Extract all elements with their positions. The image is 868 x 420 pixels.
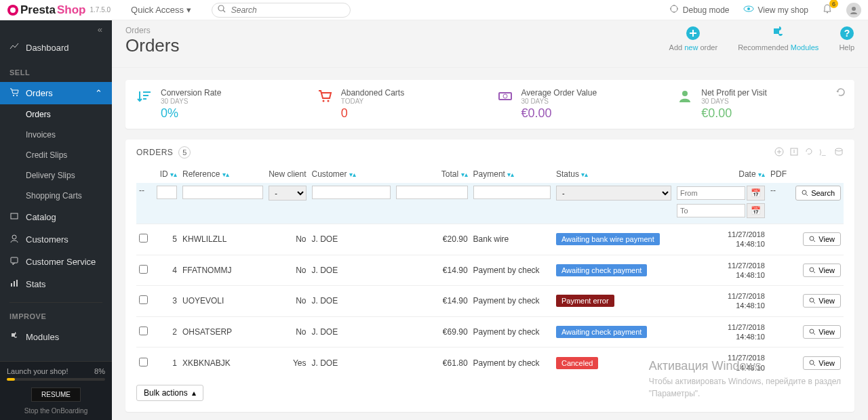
svg-point-14 [16,95,18,96]
row-checkbox[interactable] [139,295,148,304]
table-row[interactable]: 3UOYEVOLINoJ. DOE€14.90Payment by checkP… [136,286,844,317]
sidebar-collapse-button[interactable]: « [0,20,112,37]
db-icon[interactable] [834,147,844,159]
orders-table: ID ▾▴ Reference ▾▴ New client Customer ▾… [136,165,844,378]
cell-payment: Bank wire [471,224,553,255]
logo[interactable]: PrestaShop [7,3,85,17]
status-badge: Awaiting check payment [556,326,647,338]
table-row[interactable]: 1XKBKNABJKYesJ. DOE€61.80Payment by chec… [136,348,844,378]
user-avatar[interactable] [846,3,861,18]
help-link[interactable]: ? Help [839,26,854,51]
sidebar-item-dashboard[interactable]: Dashboard [0,37,112,59]
add-icon[interactable] [774,147,784,159]
view-button[interactable]: View [803,325,841,339]
sort-total[interactable]: ▾▴ [461,171,468,178]
cart-icon [9,87,19,99]
catalog-icon [9,211,19,223]
filter-total-input[interactable] [396,186,468,199]
filter-date-from[interactable] [677,186,745,200]
cell-newclient: No [266,224,309,255]
sidebar-item-modules[interactable]: Modules [0,326,112,348]
filter-payment-input[interactable] [473,186,551,199]
svg-point-4 [671,5,677,12]
refresh-stats-button[interactable] [835,87,846,100]
sidebar-item-customer-service[interactable]: Customer Service [0,251,112,273]
filter-ref-input[interactable] [182,186,263,199]
sidebar-sub-invoices[interactable]: Invoices [0,125,112,145]
view-button[interactable]: View [803,356,841,370]
cell-date: 11/27/201814:48:10 [674,348,768,378]
sort-date[interactable]: ▾▴ [758,171,765,178]
filter-newclient-select[interactable]: - [269,186,306,201]
cell-customer: J. DOE [309,316,393,348]
cell-payment: Payment by check [471,316,553,348]
sidebar-item-stats[interactable]: Stats [0,273,112,295]
notification-count: 6 [829,0,838,8]
filter-id-input[interactable] [157,186,177,199]
view-button[interactable]: View [803,264,841,277]
table-row[interactable]: 4FFATNOMMJNoJ. DOE€14.90Payment by check… [136,255,844,286]
cell-id: 4 [154,255,180,286]
sort-status[interactable]: ▾▴ [581,171,588,178]
sort-id[interactable]: ▾▴ [170,171,177,178]
row-checkbox[interactable] [139,358,148,366]
view-button[interactable]: View [803,232,841,246]
sort-payment[interactable]: ▾▴ [507,171,514,178]
svg-point-12 [852,7,856,11]
svg-rect-15 [11,213,18,219]
search-icon [218,5,226,15]
search-input[interactable] [231,5,344,15]
filter-status-select[interactable]: - [556,186,671,201]
search-button[interactable]: Search [795,186,841,201]
resume-button[interactable]: RESUME [31,387,81,402]
debug-mode-link[interactable]: Debug mode [669,4,730,16]
sidebar-sub-shopping-carts[interactable]: Shopping Carts [0,186,112,206]
refresh-icon[interactable] [804,147,814,159]
svg-rect-20 [16,280,18,287]
cell-ref: OHSATSERP [180,316,266,348]
table-row[interactable]: 2OHSATSERPNoJ. DOE€69.90Payment by check… [136,316,844,348]
table-row[interactable]: 5KHWLILZLLNoJ. DOE€20.90Bank wireAwaitin… [136,224,844,255]
orders-list-title: ORDERS [136,148,173,157]
sidebar-item-catalog[interactable]: Catalog [0,206,112,228]
sidebar-sub-credit-slips[interactable]: Credit Slips [0,145,112,165]
cell-newclient: No [266,255,309,286]
svg-point-16 [12,235,16,239]
version-label: 1.7.5.0 [90,6,111,14]
row-checkbox[interactable] [139,327,148,335]
row-checkbox[interactable] [139,265,148,274]
calendar-icon[interactable]: 📅 [747,203,765,218]
recommended-modules-link[interactable]: Recommended Modules [738,26,818,51]
caret-up-icon: ▴ [192,388,196,398]
calendar-icon[interactable]: 📅 [747,186,765,201]
sidebar-sub-orders[interactable]: Orders [0,104,112,125]
add-order-button[interactable]: Add new order [669,26,718,51]
sort-ref[interactable]: ▾▴ [222,171,229,178]
cell-payment: Payment by check [471,348,553,378]
export-icon[interactable] [789,147,799,159]
sql-icon[interactable]: ⟩_ [819,147,829,159]
filter-customer-input[interactable] [312,186,391,199]
help-icon: ? [839,26,854,41]
filter-date-to[interactable] [677,204,745,217]
cell-date: 11/27/201814:48:10 [674,286,768,317]
sidebar-item-customers[interactable]: Customers [0,228,112,251]
cell-payment: Payment by check [471,255,553,286]
svg-line-51 [814,333,816,335]
svg-point-46 [810,268,814,272]
svg-point-11 [827,12,828,14]
view-button[interactable]: View [803,294,841,308]
sort-icon [136,88,153,104]
view-shop-link[interactable]: View my shop [743,3,808,16]
quick-access-dropdown[interactable]: Quick Access ▾ [131,5,191,15]
notifications-bell[interactable]: 6 [822,3,833,16]
cell-newclient: No [266,286,309,317]
bulk-actions-dropdown[interactable]: Bulk actions ▴ [136,385,203,401]
global-search[interactable] [212,3,351,18]
status-badge: Awaiting check payment [556,264,647,276]
sidebar-sub-delivery-slips[interactable]: Delivery Slips [0,165,112,186]
sidebar-item-orders[interactable]: Orders ⌃ [0,82,112,104]
row-checkbox[interactable] [139,234,148,243]
stop-onboarding-link[interactable]: Stop the OnBoarding [7,407,105,415]
sort-customer[interactable]: ▾▴ [349,171,356,178]
